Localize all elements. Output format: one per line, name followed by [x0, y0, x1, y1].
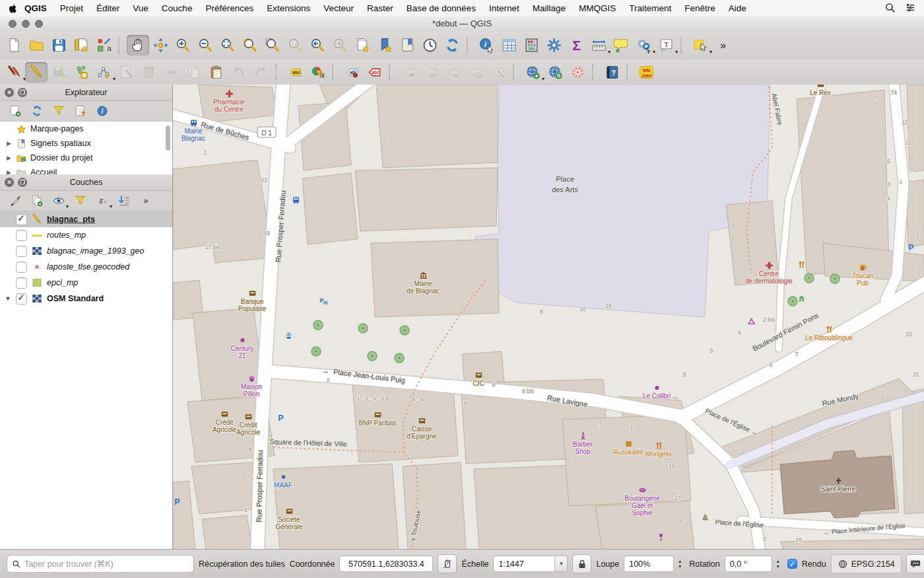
- zoom-out-button[interactable]: [194, 35, 216, 55]
- select-features-button[interactable]: [689, 35, 711, 55]
- explorer-close-icon[interactable]: ✕: [5, 88, 14, 97]
- magnifier-spinbox[interactable]: 100% ▲▼: [624, 556, 684, 572]
- refresh-map-button[interactable]: [441, 35, 463, 55]
- rotation-stepper[interactable]: ▲▼: [774, 556, 783, 572]
- filter-browser-button[interactable]: [48, 102, 69, 120]
- browser-item-accueil[interactable]: ▶Accueil: [0, 165, 172, 174]
- close-window-button[interactable]: [9, 20, 16, 28]
- pin-labels-button[interactable]: [341, 62, 363, 83]
- menu-item-extensions[interactable]: Extensions: [260, 3, 317, 13]
- measure-button[interactable]: [587, 35, 610, 55]
- layers-float-icon[interactable]: ❐: [18, 178, 27, 187]
- collapse-all-button[interactable]: [69, 102, 91, 120]
- quickmap-add-button[interactable]: [521, 62, 544, 83]
- show-bookmarks-button[interactable]: [396, 35, 418, 55]
- pan-map-button[interactable]: [127, 35, 149, 55]
- open-project-button[interactable]: [25, 35, 48, 55]
- new-project-button[interactable]: [3, 35, 25, 55]
- expand-all-layers-button[interactable]: [113, 192, 135, 209]
- map-canvas[interactable]: D 11231917 bis108101621 - 3 - 4 - 5-67 -…: [173, 85, 924, 550]
- menu-item-projet[interactable]: Projet: [53, 3, 90, 13]
- layer-row-epci-mp[interactable]: epci_mp: [0, 275, 172, 291]
- disclosure-icon[interactable]: ▶: [5, 155, 13, 161]
- help-contents-button[interactable]: [601, 62, 623, 83]
- layer-row-blagnac-pts[interactable]: blagnac_pts: [0, 211, 172, 227]
- vertex-tool-button[interactable]: [92, 62, 115, 83]
- show-statistical-summary-button[interactable]: [565, 35, 587, 55]
- nn-join-button[interactable]: [635, 62, 657, 83]
- zoom-to-layer-button[interactable]: [261, 35, 284, 55]
- new-bookmark-button[interactable]: [374, 35, 396, 55]
- zoom-in-button[interactable]: [172, 35, 194, 55]
- layer-row-laposte-tlse-geocoded[interactable]: laposte_tlse.geocoded: [0, 259, 172, 275]
- zoom-window-button[interactable]: [35, 20, 43, 28]
- zoom-to-selection-button[interactable]: [239, 35, 261, 55]
- map-tips-button[interactable]: [610, 35, 632, 55]
- layers-overflow-button[interactable]: [135, 192, 156, 209]
- run-feature-action-button[interactable]: [632, 35, 655, 55]
- rotation-spinbox[interactable]: 0,0 ° ▲▼: [725, 556, 783, 572]
- layer-row-osm-standard[interactable]: ▼OSM Standard: [0, 291, 172, 307]
- layer-visibility-checkbox[interactable]: [16, 277, 27, 289]
- paste-features-button[interactable]: [205, 62, 227, 83]
- add-favorite-button[interactable]: [4, 102, 26, 120]
- scale-combobox[interactable]: 1:1447 ▼: [493, 556, 568, 572]
- zoom-last-button[interactable]: [306, 35, 329, 55]
- zoom-full-button[interactable]: [216, 35, 239, 55]
- quickmap-search-button[interactable]: [544, 62, 566, 83]
- style-manager-button[interactable]: [92, 35, 115, 55]
- locator-search-input[interactable]: Taper pour trouver (⌘K): [7, 555, 194, 573]
- menu-item-pr-f-rences[interactable]: Préférences: [199, 3, 260, 13]
- menu-item-base-de-donn-es[interactable]: Base de données: [400, 3, 482, 13]
- menu-item-couche[interactable]: Couche: [155, 3, 199, 13]
- save-project-button[interactable]: [48, 35, 70, 55]
- menu-item-vue[interactable]: Vue: [126, 3, 155, 13]
- processing-toolbox-button[interactable]: [543, 35, 565, 55]
- control-center-icon[interactable]: [905, 2, 916, 15]
- pan-to-selection-button[interactable]: [149, 35, 172, 55]
- properties-button[interactable]: [91, 102, 113, 120]
- menu-item-raster[interactable]: Raster: [360, 3, 400, 13]
- temporal-controller-button[interactable]: [418, 35, 441, 55]
- layers-close-icon[interactable]: ✕: [5, 178, 14, 187]
- text-annotation-button[interactable]: [655, 35, 677, 55]
- layer-visibility-checkbox[interactable]: [16, 262, 27, 273]
- spotlight-icon[interactable]: [884, 2, 896, 15]
- window-title-bar[interactable]: *debut — QGIS: [0, 17, 924, 32]
- menu-item-qgis[interactable]: QGIS: [18, 3, 53, 13]
- highlight-pinned-labels-button[interactable]: [363, 62, 385, 83]
- statistics-button[interactable]: [520, 35, 543, 55]
- layer-visibility-checkbox[interactable]: [16, 230, 27, 241]
- layer-labeling-button[interactable]: [284, 62, 306, 83]
- menu-item-maillage[interactable]: Maillage: [526, 3, 572, 13]
- disclosure-icon[interactable]: ▶: [5, 169, 13, 174]
- identify-features-button[interactable]: [475, 35, 498, 55]
- layer-row-blagnac-image-1993-geo[interactable]: blagnac_image_1993_geo: [0, 243, 172, 259]
- render-checkbox[interactable]: ✓: [787, 559, 797, 569]
- toolbar-overflow-button[interactable]: [711, 35, 734, 55]
- menu-item-aide[interactable]: Aide: [722, 3, 753, 13]
- disclosure-icon[interactable]: ▶: [5, 140, 13, 147]
- add-group-button[interactable]: [26, 192, 48, 209]
- browser-item-signets-spatiaux[interactable]: ▶Signets spatiaux: [0, 136, 172, 151]
- open-layer-styling-button[interactable]: [4, 192, 26, 209]
- scale-dropdown-icon[interactable]: ▼: [555, 556, 568, 572]
- layer-row-routes-mp[interactable]: routes_mp: [0, 227, 172, 243]
- layer-diagram-button[interactable]: [306, 62, 329, 83]
- messages-button[interactable]: [906, 554, 924, 573]
- extent-toggle-button[interactable]: [438, 554, 457, 573]
- minimize-window-button[interactable]: [22, 20, 30, 28]
- toggle-editing-button[interactable]: [25, 62, 48, 83]
- current-edits-button[interactable]: [3, 62, 25, 83]
- menu-item-mmqgis[interactable]: MMQGIS: [572, 3, 622, 13]
- layer-visibility-checkbox[interactable]: [16, 246, 27, 257]
- coordinate-input[interactable]: 570591.1,6283033.4: [339, 556, 433, 572]
- apple-menu[interactable]: [8, 3, 18, 14]
- manage-map-themes-button[interactable]: [48, 192, 69, 209]
- filter-by-expression-button[interactable]: [91, 192, 113, 209]
- magnifier-stepper[interactable]: ▲▼: [675, 556, 684, 572]
- crs-status-button[interactable]: EPSG:2154: [831, 554, 902, 573]
- explorer-scrollbar[interactable]: [166, 126, 170, 151]
- explorer-float-icon[interactable]: ❐: [18, 88, 27, 97]
- browser-item-marque-pages[interactable]: Marque-pages: [0, 122, 172, 136]
